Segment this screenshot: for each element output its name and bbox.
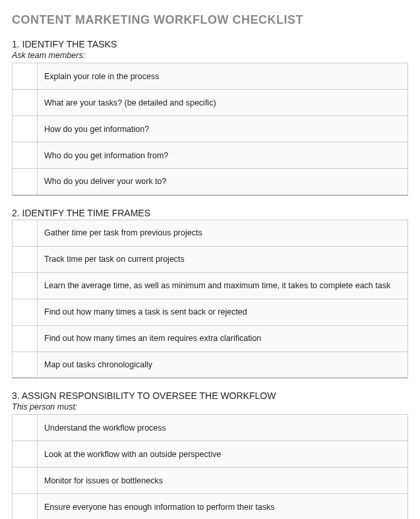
checklist-item-text: Explain your role in the process [38, 63, 408, 90]
checkbox-cell[interactable] [13, 468, 38, 494]
checklist-item-text: Who do you deliver your work to? [38, 169, 408, 195]
checklist-item-text: Find out how many times a task is sent b… [38, 299, 408, 325]
checkbox-cell[interactable] [13, 494, 38, 520]
checkbox-cell[interactable] [13, 325, 38, 351]
section-heading: 1. IDENTIFY THE TASKS [12, 39, 408, 49]
table-row: Find out how many times a task is sent b… [13, 299, 408, 325]
table-row: Look at the workflow with an outside per… [13, 441, 408, 468]
table-row: Explain your role in the process [13, 63, 408, 90]
checklist-item-text: Understand the workflow process [38, 415, 408, 441]
checkbox-cell[interactable] [13, 142, 38, 169]
table-row: Understand the workflow process [13, 415, 408, 441]
section: 2. IDENTIFY THE TIME FRAMESGather time p… [12, 208, 408, 379]
checklist-item-text: Look at the workflow with an outside per… [38, 441, 408, 468]
checkbox-cell[interactable] [13, 351, 38, 378]
table-row: Who do you deliver your work to? [13, 169, 408, 195]
checkbox-cell[interactable] [13, 246, 38, 272]
table-row: How do you get information? [13, 116, 408, 142]
checklist-item-text: Learn the average time, as well as minim… [38, 272, 408, 299]
checkbox-cell[interactable] [13, 220, 38, 246]
table-row: Monitor for issues or bottlenecks [13, 468, 408, 494]
section-heading: 2. IDENTIFY THE TIME FRAMES [12, 208, 408, 218]
checkbox-cell[interactable] [13, 272, 38, 299]
table-row: Track time per task on current projects [13, 246, 408, 272]
section: 3. ASSIGN RESPONSIBILITY TO OVERSEE THE … [12, 390, 408, 519]
checkbox-cell[interactable] [13, 299, 38, 325]
checkbox-cell[interactable] [13, 116, 38, 142]
checklist-item-text: Ensure everyone has enough information t… [38, 494, 408, 520]
checkbox-cell[interactable] [13, 415, 38, 441]
checklist-item-text: How do you get information? [38, 116, 408, 142]
page-title: CONTENT MARKETING WORKFLOW CHECKLIST [12, 13, 408, 27]
checklist-item-text: Map out tasks chronologically [38, 351, 408, 378]
table-row: Find out how many times an item requires… [13, 325, 408, 351]
checklist-item-text: Track time per task on current projects [38, 246, 408, 272]
table-row: Gather time per task from previous proje… [13, 220, 408, 246]
table-row: What are your tasks? (be detailed and sp… [13, 90, 408, 116]
checklist-table: Understand the workflow processLook at t… [12, 414, 408, 519]
section-subheading: Ask team members: [12, 51, 408, 60]
section: 1. IDENTIFY THE TASKSAsk team members:Ex… [12, 39, 408, 196]
checklist-item-text: Find out how many times an item requires… [38, 325, 408, 351]
checkbox-cell[interactable] [13, 63, 38, 90]
table-row: Who do you get information from? [13, 142, 408, 169]
checkbox-cell[interactable] [13, 441, 38, 468]
checkbox-cell[interactable] [13, 90, 38, 116]
checklist-item-text: Who do you get information from? [38, 142, 408, 169]
checklist-item-text: Gather time per task from previous proje… [38, 220, 408, 246]
checklist-table: Gather time per task from previous proje… [12, 220, 408, 379]
section-heading: 3. ASSIGN RESPONSIBILITY TO OVERSEE THE … [12, 390, 408, 401]
table-row: Learn the average time, as well as minim… [13, 272, 408, 299]
table-row: Ensure everyone has enough information t… [13, 494, 408, 520]
checklist-item-text: Monitor for issues or bottlenecks [38, 468, 408, 494]
section-subheading: This person must: [12, 402, 408, 412]
checklist-item-text: What are your tasks? (be detailed and sp… [38, 90, 408, 116]
table-row: Map out tasks chronologically [13, 351, 408, 378]
checkbox-cell[interactable] [13, 169, 38, 195]
checklist-table: Explain your role in the processWhat are… [12, 63, 408, 196]
